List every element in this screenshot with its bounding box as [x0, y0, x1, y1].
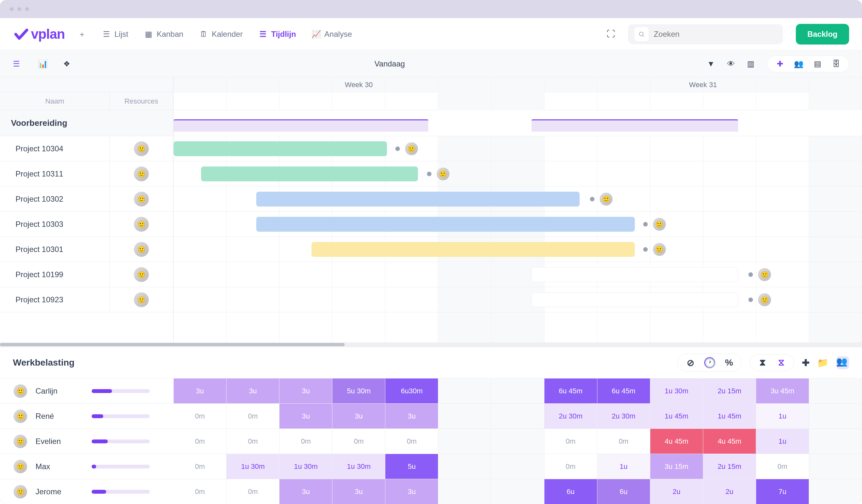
workload-cell[interactable]: 0m — [174, 429, 226, 454]
workload-cell[interactable]: 6u 45m — [597, 379, 650, 403]
workload-cell[interactable] — [438, 454, 491, 479]
chart-toggle-icon[interactable]: 📊 — [38, 59, 47, 68]
add-view-button[interactable]: ＋ — [78, 30, 86, 38]
project-row[interactable]: Project 10301 🙂 — [0, 237, 173, 262]
workload-cell[interactable]: 3u — [226, 379, 279, 403]
people-icon[interactable]: 👥 — [794, 59, 804, 69]
clock-icon[interactable]: 🕐 — [704, 357, 715, 368]
workload-cell[interactable] — [438, 379, 491, 403]
workload-cell[interactable] — [438, 429, 491, 454]
workload-cell[interactable]: 3u — [174, 379, 226, 403]
workload-cell[interactable]: 1u 30m — [332, 454, 385, 479]
workload-cell[interactable]: 1u 30m — [650, 379, 703, 403]
server-icon[interactable]: ▤ — [813, 59, 822, 69]
workload-cell[interactable]: 5u 30m — [332, 379, 385, 403]
workload-cell[interactable]: 3u — [385, 479, 438, 504]
gantt-row[interactable]: 🙂 — [174, 287, 862, 312]
hourglass-half-icon[interactable]: ⧖ — [776, 358, 786, 368]
workload-cell[interactable] — [809, 379, 862, 403]
gantt-row[interactable]: 🙂 — [174, 237, 862, 262]
workload-cell[interactable]: 1u — [756, 429, 809, 454]
workload-cell[interactable]: 0m — [597, 429, 650, 454]
view-calendar[interactable]: 🗓 Kalender — [199, 30, 243, 39]
puzzle-icon[interactable]: ✚ — [775, 59, 785, 69]
workload-cell[interactable] — [809, 404, 862, 428]
view-kanban[interactable]: ▦ Kanban — [144, 30, 183, 39]
gantt-bar[interactable] — [256, 192, 580, 207]
gantt-bar[interactable] — [256, 217, 635, 232]
workload-cell[interactable]: 2u 30m — [597, 404, 650, 428]
hourglass-icon[interactable]: ⧗ — [758, 358, 768, 368]
workload-cell[interactable]: 1u — [597, 454, 650, 479]
group-header[interactable]: Voorbereiding — [0, 110, 173, 136]
search[interactable] — [628, 24, 783, 44]
workload-cell[interactable]: 0m — [174, 404, 226, 428]
workload-cell[interactable]: 3u — [385, 404, 438, 428]
workload-cell[interactable]: 2u 15m — [703, 379, 756, 403]
workload-cell[interactable]: 0m — [756, 454, 809, 479]
list-toggle-icon[interactable]: ☰ — [13, 59, 22, 68]
layers-icon[interactable]: ❖ — [63, 59, 72, 68]
backlog-button[interactable]: Backlog — [796, 24, 849, 44]
workload-cell[interactable]: 0m — [226, 479, 279, 504]
workload-cell[interactable]: 3u — [332, 404, 385, 428]
workload-cell[interactable] — [809, 454, 862, 479]
workload-cell[interactable]: 2u 30m — [545, 404, 597, 428]
workload-cell[interactable]: 6u 45m — [545, 379, 597, 403]
gantt-bar[interactable] — [532, 267, 738, 282]
workload-cell[interactable] — [438, 404, 491, 428]
workload-cell[interactable]: 0m — [174, 479, 226, 504]
people-icon[interactable]: 👥 — [836, 356, 849, 369]
view-timeline[interactable]: ☰ Tijdlijn — [259, 30, 296, 39]
gantt-row[interactable]: 🙂 — [174, 212, 862, 237]
workload-cell[interactable]: 3u 15m — [650, 454, 703, 479]
workload-cell[interactable]: 5u — [385, 454, 438, 479]
workload-cell[interactable]: 6u — [597, 479, 650, 504]
workload-cell[interactable] — [809, 479, 862, 504]
workload-cell[interactable]: 2u — [650, 479, 703, 504]
puzzle-icon[interactable]: ✚ — [802, 358, 809, 368]
workload-cell[interactable]: 6u — [545, 479, 597, 504]
today-label[interactable]: Vandaag — [89, 59, 691, 68]
horizontal-scrollbar[interactable] — [0, 342, 862, 347]
gantt-bar[interactable] — [311, 242, 635, 257]
workload-cell[interactable]: 4u 45m — [703, 429, 756, 454]
workload-cell[interactable]: 0m — [385, 429, 438, 454]
gantt-bar[interactable] — [532, 292, 738, 307]
workload-cell[interactable]: 4u 45m — [650, 429, 703, 454]
workload-cell[interactable] — [491, 379, 544, 403]
workload-cell[interactable]: 3u — [279, 404, 332, 428]
folder-icon[interactable]: 📁 — [817, 358, 828, 368]
archive-icon[interactable]: 🗄 — [831, 59, 841, 69]
workload-cell[interactable]: 1u 45m — [703, 404, 756, 428]
workload-cell[interactable]: 0m — [332, 429, 385, 454]
gantt-row[interactable]: 🙂 — [174, 186, 862, 212]
workload-cell[interactable]: 1u — [756, 404, 809, 428]
workload-cell[interactable]: 3u — [279, 479, 332, 504]
workload-cell[interactable]: 1u 30m — [279, 454, 332, 479]
project-row[interactable]: Project 10199 🙂 — [0, 262, 173, 287]
gantt-bar[interactable] — [201, 167, 418, 181]
workload-cell[interactable]: 1u 30m — [226, 454, 279, 479]
project-row[interactable]: Project 10304 🙂 — [0, 136, 173, 161]
workload-cell[interactable]: 2u 15m — [703, 454, 756, 479]
columns-icon[interactable]: ▥ — [747, 59, 756, 68]
view-list[interactable]: ☰ Lijst — [102, 30, 128, 39]
workload-cell[interactable]: 0m — [279, 429, 332, 454]
project-row[interactable]: Project 10302 🙂 — [0, 186, 173, 212]
workload-cell[interactable] — [491, 479, 544, 504]
workload-cell[interactable]: 0m — [545, 429, 597, 454]
gantt-row[interactable]: 🙂 — [174, 161, 862, 186]
workload-cell[interactable]: 3u — [332, 479, 385, 504]
percent-icon[interactable]: % — [724, 358, 734, 368]
workload-cell[interactable] — [438, 479, 491, 504]
workload-cell[interactable]: 6u30m — [385, 379, 438, 403]
workload-cell[interactable] — [809, 429, 862, 454]
workload-cell[interactable]: 7u — [756, 479, 809, 504]
workload-cell[interactable]: 0m — [174, 454, 226, 479]
search-input[interactable] — [654, 30, 780, 39]
workload-cell[interactable]: 0m — [226, 429, 279, 454]
eye-icon[interactable]: 👁 — [727, 59, 736, 68]
workload-cell[interactable]: 3u 45m — [756, 379, 809, 403]
workload-cell[interactable]: 3u — [279, 379, 332, 403]
